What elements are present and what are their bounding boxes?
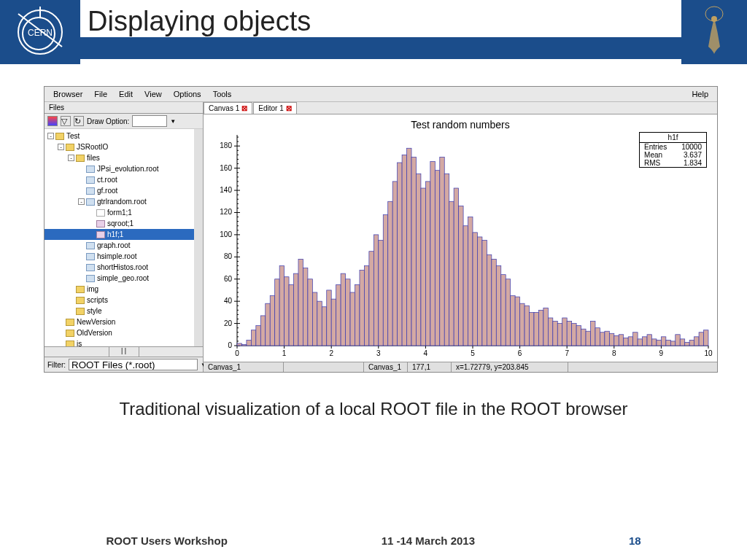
tree-item[interactable]: ct.root (44, 174, 203, 185)
expand-icon[interactable] (88, 209, 95, 216)
expand-icon[interactable] (78, 166, 85, 172)
svg-text:100: 100 (220, 230, 232, 238)
draw-option-input[interactable] (132, 115, 167, 127)
tree-item[interactable]: graph.root (44, 240, 203, 251)
svg-rect-181 (624, 338, 628, 346)
tree-item[interactable]: h1f;1 (44, 229, 203, 240)
tab[interactable]: Editor 1⊠ (253, 102, 296, 114)
file-icon (86, 166, 95, 173)
tree-item-label: graph.root (97, 241, 131, 249)
tree-item-label: gf.root (97, 187, 117, 195)
tree-item[interactable]: img (44, 284, 203, 295)
svg-rect-136 (411, 157, 416, 346)
tree-scrollbar[interactable] (194, 129, 203, 346)
folder-icon (55, 133, 64, 140)
status-cell (284, 362, 364, 372)
svg-rect-155 (501, 275, 506, 346)
expand-icon[interactable] (58, 330, 64, 336)
tree-item[interactable]: scripts (44, 295, 203, 306)
tree-item[interactable]: -gtrlrandom.root (44, 196, 203, 207)
tree-item[interactable]: JPsi_evolution.root (44, 163, 203, 174)
menu-help[interactable]: Help (686, 88, 714, 100)
tab[interactable]: Canvas 1⊠ (204, 102, 252, 114)
tree-item[interactable]: style (44, 306, 203, 316)
svg-rect-180 (619, 335, 623, 346)
tree-item[interactable]: shortHistos.root (44, 262, 203, 273)
svg-rect-143 (444, 174, 449, 346)
svg-text:4: 4 (424, 349, 428, 357)
svg-rect-184 (638, 339, 642, 346)
expand-icon[interactable] (68, 286, 74, 292)
status-cell: 177,1 (408, 362, 452, 372)
svg-rect-131 (388, 201, 392, 346)
tree-item[interactable]: gf.root (44, 185, 203, 196)
expand-icon[interactable] (78, 264, 85, 271)
file-tree[interactable]: -Test-JSRootIO-files JPsi_evolution.root… (44, 129, 203, 346)
expand-icon[interactable]: - (68, 155, 74, 161)
tree-item[interactable]: NewVersion (44, 316, 203, 327)
root-browser-window: Browser File Edit View Options Tools Hel… (44, 86, 718, 373)
svg-rect-149 (473, 233, 477, 346)
menu-options[interactable]: Options (168, 88, 207, 100)
tree-item[interactable]: OldVersion (44, 327, 203, 338)
page-number: 18 (629, 534, 641, 547)
svg-point-6 (711, 16, 717, 22)
tree-item-label: Test (66, 132, 80, 140)
svg-rect-159 (520, 303, 525, 346)
expand-icon[interactable] (58, 319, 64, 325)
folder-icon (66, 144, 74, 151)
svg-rect-103 (256, 326, 260, 346)
svg-rect-108 (279, 265, 284, 346)
tree-item[interactable]: simple_geo.root (44, 273, 203, 284)
expand-icon[interactable] (88, 231, 95, 238)
refresh-icon[interactable]: ↻ (74, 116, 84, 126)
tree-item-label: h1f;1 (107, 230, 123, 238)
tree-item[interactable]: sqroot;1 (44, 218, 203, 229)
expand-icon[interactable] (68, 308, 74, 314)
menu-view[interactable]: View (139, 88, 168, 100)
sort-icon[interactable] (47, 116, 58, 126)
svg-rect-188 (657, 340, 661, 346)
menu-file[interactable]: File (88, 88, 113, 100)
svg-rect-124 (355, 284, 360, 346)
expand-icon[interactable] (78, 253, 85, 260)
expand-icon[interactable] (68, 297, 74, 303)
expand-icon[interactable] (78, 187, 85, 194)
expand-icon[interactable] (78, 275, 85, 281)
menu-edit[interactable]: Edit (113, 88, 139, 100)
obj-icon (96, 220, 105, 228)
canvas[interactable]: Test random numbers h1f Entries10000Mean… (204, 114, 717, 362)
close-icon[interactable]: ⊠ (286, 104, 292, 112)
sidebar-tab-files[interactable]: Files (44, 102, 203, 114)
statue-image (681, 0, 747, 64)
filter-input[interactable] (69, 359, 198, 370)
menu-browser[interactable]: Browser (47, 88, 88, 100)
draw-option-dropdown-icon[interactable]: ▼ (170, 118, 176, 125)
svg-rect-144 (449, 201, 454, 346)
expand-icon[interactable]: - (58, 144, 64, 150)
expand-icon[interactable] (58, 341, 64, 346)
svg-rect-154 (496, 265, 500, 346)
expand-icon[interactable]: - (47, 133, 54, 139)
status-cell: Canvas_1 (204, 362, 284, 372)
svg-rect-193 (680, 339, 684, 346)
tree-item[interactable]: hsimple.root (44, 251, 203, 262)
folder-icon (76, 297, 85, 304)
tree-item[interactable]: -Test (44, 131, 203, 141)
expand-icon[interactable] (78, 242, 85, 249)
tree-item[interactable]: -files (44, 152, 203, 163)
expand-icon[interactable]: - (78, 198, 85, 205)
tree-item[interactable]: -JSRootIO (44, 141, 203, 152)
filter-icon[interactable]: ▽ (61, 116, 71, 126)
histogram-chart[interactable]: 020406080100120140160180012345678910 (204, 131, 717, 362)
svg-rect-100 (241, 344, 246, 346)
menu-tools[interactable]: Tools (207, 88, 238, 100)
close-icon[interactable]: ⊠ (241, 104, 247, 112)
tree-item[interactable]: js (44, 338, 203, 346)
file-icon (86, 198, 95, 206)
tree-item[interactable]: form1;1 (44, 207, 203, 218)
menubar: Browser File Edit View Options Tools Hel… (44, 87, 717, 102)
expand-icon[interactable] (78, 176, 85, 183)
tree-item-label: ct.root (97, 176, 117, 184)
expand-icon[interactable] (88, 220, 95, 227)
